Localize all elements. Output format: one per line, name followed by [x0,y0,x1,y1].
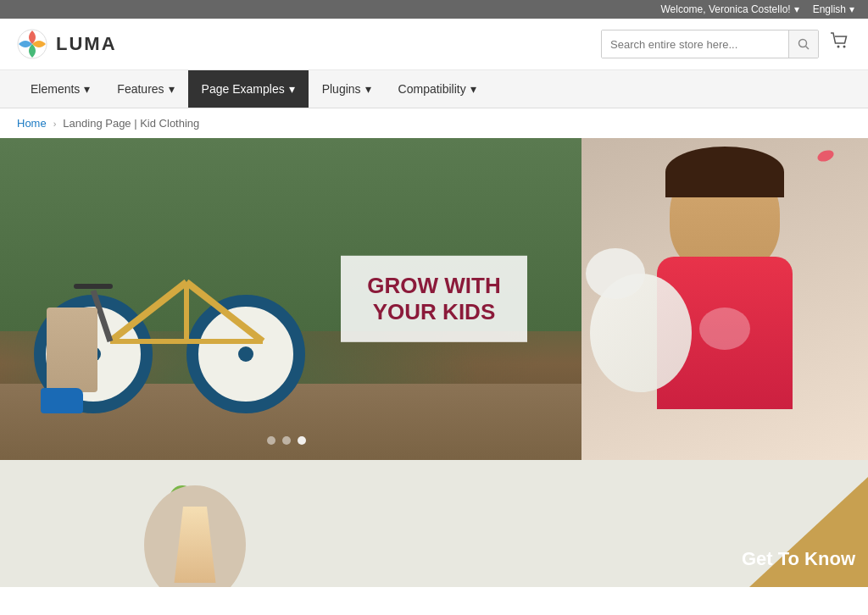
hero-section: GROW WITH YOUR KIDS [0,138,868,460]
nav-page-examples-chevron-icon: ▾ [289,82,295,96]
nav-compatibility-label: Compatibility [398,82,466,96]
svg-line-5 [110,282,186,341]
slider-dot-1[interactable] [267,436,275,445]
slider-dot-2[interactable] [282,436,291,445]
nav-elements-label: Elements [31,82,80,96]
dress-shape [165,507,225,583]
language-chevron-icon: ▾ [849,3,854,15]
hero-girl-photo [581,138,868,460]
search-icon [798,38,810,50]
nav-features-chevron-icon: ▾ [169,82,175,96]
nav-plugins-chevron-icon: ▾ [365,82,371,96]
nav-elements-chevron-icon: ▾ [84,82,90,96]
get-to-know-label: Get To Know [742,548,855,569]
breadcrumb-current-page: Landing Page | Kid Clothing [63,117,199,130]
logo-text: LUMA [56,33,117,55]
cart-svg-icon [829,30,851,53]
logo-icon [17,29,47,59]
header-right [601,30,851,58]
nav-item-page-examples[interactable]: Page Examples ▾ [188,70,309,108]
svg-line-6 [186,282,263,341]
search-box[interactable] [601,30,819,58]
logo[interactable]: LUMA [17,29,117,59]
nav-compatibility-chevron-icon: ▾ [470,82,476,96]
svg-point-4 [843,46,846,48]
nav-item-compatibility[interactable]: Compatibility ▾ [385,70,490,108]
svg-point-3 [837,46,840,48]
top-bar: Welcome, Veronica Costello! ▾ English ▾ [0,0,868,19]
nav-page-examples-label: Page Examples [202,82,285,96]
nav-item-features[interactable]: Features ▾ [103,70,187,108]
nav-plugins-label: Plugins [322,82,361,96]
welcome-text: Welcome, Veronica Costello! [660,3,790,15]
header: LUMA [0,19,868,70]
breadcrumb-separator: › [53,119,57,129]
breadcrumb-home-link[interactable]: Home [17,117,47,130]
hero-right-panel [581,138,868,460]
welcome-message[interactable]: Welcome, Veronica Costello! ▾ [660,3,798,15]
nav-item-plugins[interactable]: Plugins ▾ [309,70,385,108]
hero-title-line1: GROW WITH [366,273,502,299]
slider-dots [267,436,306,445]
hero-title-line2: YOUR KIDS [366,299,502,325]
svg-line-2 [806,47,810,50]
hero-title: GROW WITH YOUR KIDS [366,273,502,325]
language-label: English [813,3,846,15]
nav-item-elements[interactable]: Elements ▾ [17,70,103,108]
dress-circle [144,485,246,587]
language-selector[interactable]: English ▾ [813,3,854,15]
slider-dot-3[interactable] [298,436,306,445]
main-nav: Elements ▾ Features ▾ Page Examples ▾ Pl… [0,70,868,108]
triangle-decoration [749,477,868,587]
svg-point-1 [799,40,807,47]
cart-icon[interactable] [829,30,851,58]
search-button[interactable] [788,30,818,58]
breadcrumb: Home › Landing Page | Kid Clothing [0,108,868,138]
hero-text-overlay: GROW WITH YOUR KIDS [341,256,527,342]
welcome-chevron-icon: ▾ [794,3,799,15]
search-input[interactable] [602,30,788,58]
below-hero-section: Get To Know [0,460,868,587]
get-to-know-text: Get To Know [742,548,855,570]
nav-features-label: Features [117,82,164,96]
